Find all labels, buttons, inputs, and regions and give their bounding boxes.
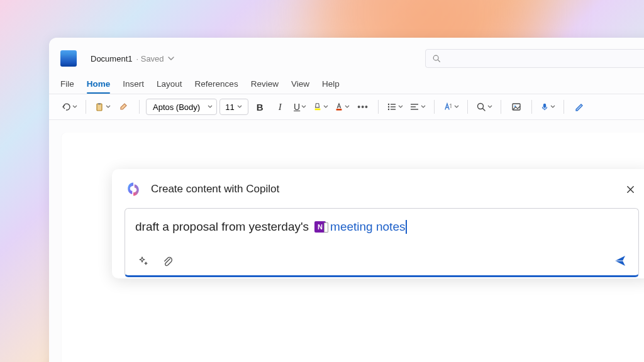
svg-point-10 <box>388 109 389 110</box>
onenote-reference-chip[interactable]: N <box>313 220 327 234</box>
font-family-select[interactable]: Aptos (Body) <box>146 99 217 115</box>
svg-rect-4 <box>315 109 321 111</box>
undo-button[interactable] <box>59 98 79 116</box>
copilot-title: Create content with Copilot <box>151 183 279 195</box>
title-bar: Document1 · Saved <box>49 38 644 73</box>
font-color-button[interactable] <box>333 98 352 116</box>
font-name-value: Aptos (Body) <box>153 102 200 112</box>
underline-button[interactable]: U <box>291 98 309 116</box>
tab-home[interactable]: Home <box>87 79 111 94</box>
separator <box>86 100 86 114</box>
svg-rect-2 <box>97 104 102 111</box>
inspire-button[interactable] <box>135 253 152 269</box>
svg-rect-3 <box>98 103 101 105</box>
svg-point-6 <box>388 104 389 105</box>
separator <box>378 100 379 114</box>
tab-view[interactable]: View <box>291 79 309 94</box>
dictate-button[interactable] <box>538 98 557 116</box>
chevron-down-icon <box>237 104 242 109</box>
tab-review[interactable]: Review <box>251 79 279 94</box>
highlight-color-button[interactable] <box>311 98 330 116</box>
prompt-text-line: draft a proposal from yesterday's N meet… <box>135 220 628 234</box>
search-input[interactable] <box>425 49 644 68</box>
svg-point-8 <box>388 106 389 107</box>
svg-line-16 <box>483 109 486 111</box>
tab-help[interactable]: Help <box>322 79 340 94</box>
paperclip-icon <box>162 255 174 267</box>
ribbon-tabs: File Home Insert Layout References Revie… <box>49 73 644 94</box>
styles-button[interactable] <box>441 98 461 116</box>
svg-rect-19 <box>543 104 546 108</box>
send-icon <box>613 254 627 268</box>
tab-layout[interactable]: Layout <box>157 79 182 94</box>
separator <box>531 100 532 114</box>
word-app-icon <box>60 50 77 67</box>
copilot-prompt-input[interactable]: draft a proposal from yesterday's N meet… <box>125 208 639 277</box>
separator <box>564 100 564 114</box>
reference-link[interactable]: meeting notes <box>330 220 405 234</box>
send-button[interactable] <box>612 253 628 269</box>
tab-insert[interactable]: Insert <box>123 79 144 94</box>
format-painter-button[interactable] <box>115 98 133 116</box>
save-status: · Saved <box>136 54 164 63</box>
copilot-header: Create content with Copilot <box>125 180 639 198</box>
tab-file[interactable]: File <box>60 79 74 94</box>
sparkle-icon <box>137 255 150 267</box>
more-font-options-button[interactable]: ••• <box>354 98 372 116</box>
close-button[interactable] <box>621 180 639 198</box>
svg-line-1 <box>438 60 440 62</box>
paste-button[interactable] <box>92 98 113 116</box>
svg-rect-5 <box>336 109 342 111</box>
copilot-logo-icon <box>125 180 142 198</box>
prompt-text: draft a proposal from yesterday's <box>135 220 309 234</box>
editor-button[interactable] <box>570 98 588 116</box>
font-size-value: 11 <box>225 102 234 112</box>
search-icon <box>432 54 441 63</box>
document-title-area[interactable]: Document1 · Saved <box>91 54 174 63</box>
text-cursor <box>406 220 407 234</box>
italic-button[interactable]: I <box>271 98 289 116</box>
bold-button[interactable]: B <box>251 98 269 116</box>
align-button[interactable] <box>408 98 428 116</box>
document-canvas[interactable]: Create content with Copilot draft a prop… <box>62 133 644 362</box>
close-icon <box>626 185 635 194</box>
separator <box>467 100 468 114</box>
separator <box>139 100 140 114</box>
input-actions <box>135 253 628 269</box>
attach-button[interactable] <box>159 253 175 269</box>
chevron-down-icon <box>168 55 174 62</box>
separator <box>434 100 435 114</box>
find-button[interactable] <box>474 98 494 116</box>
designer-button[interactable] <box>508 98 525 116</box>
document-name: Document1 <box>91 54 132 63</box>
chevron-down-icon <box>208 104 213 109</box>
app-window: Document1 · Saved File Home Insert Layou… <box>49 38 644 362</box>
bullets-button[interactable] <box>385 98 405 116</box>
separator <box>501 100 501 114</box>
tab-references[interactable]: References <box>195 79 238 94</box>
font-size-select[interactable]: 11 <box>219 99 248 115</box>
copilot-card: Create content with Copilot draft a prop… <box>112 169 644 278</box>
onenote-icon: N <box>314 221 326 233</box>
toolbar: Aptos (Body) 11 B I U ••• <box>49 94 644 120</box>
